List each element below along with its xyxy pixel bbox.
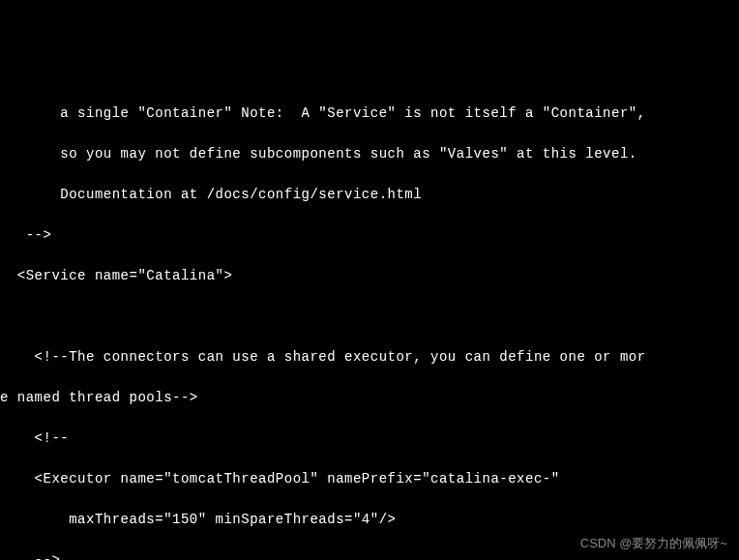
code-line: <!--The connectors can use a shared exec… (0, 347, 739, 368)
code-line: e named thread pools--> (0, 388, 739, 408)
watermark-text: CSDN @要努力的佩佩呀~ (580, 534, 727, 553)
code-line: <!-- (0, 428, 739, 449)
code-line: <Service name="Catalina"> (0, 266, 739, 286)
code-line: <Executor name="tomcatThreadPool" namePr… (0, 469, 739, 489)
code-line (0, 307, 739, 327)
terminal-output[interactable]: a single "Container" Note: A "Service" i… (0, 81, 739, 560)
code-line: Documentation at /docs/config/service.ht… (0, 185, 739, 205)
code-line: --> (0, 225, 739, 246)
code-line: a single "Container" Note: A "Service" i… (0, 103, 739, 124)
code-line: so you may not define subcomponents such… (0, 144, 739, 164)
code-line: maxThreads="150" minSpareThreads="4"/> (0, 510, 739, 530)
